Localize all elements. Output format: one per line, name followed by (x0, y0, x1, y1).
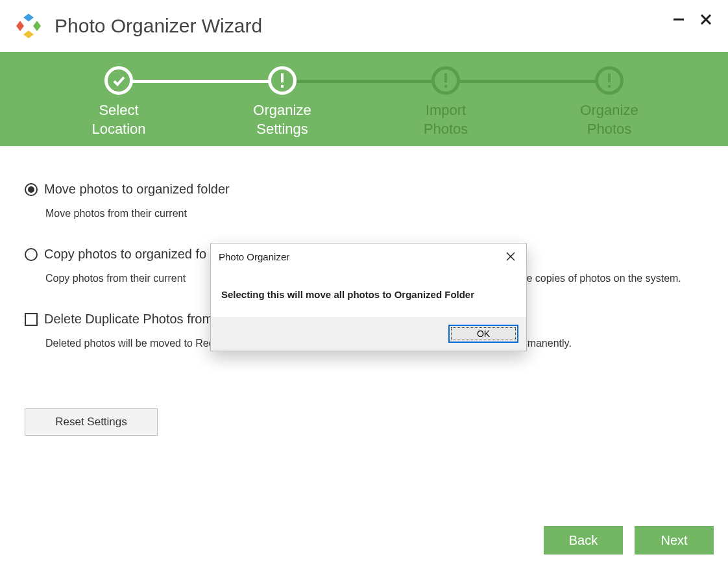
alert-icon (595, 66, 624, 95)
alert-icon (268, 66, 297, 95)
back-button[interactable]: Back (544, 526, 623, 555)
dialog-header: Photo Organizer (211, 243, 526, 267)
step-label: Select Location (91, 101, 145, 138)
minimize-button[interactable] (670, 10, 688, 29)
wizard-stepper: Select Location Organize Settings Import… (0, 52, 728, 146)
option-desc-part: tiple copies of photos on the system. (513, 273, 681, 284)
svg-rect-6 (444, 85, 447, 88)
next-button[interactable]: Next (635, 526, 714, 555)
wizard-footer: Back Next (544, 526, 714, 555)
dialog-close-button[interactable] (503, 249, 518, 264)
step-organize-settings: Organize Settings (200, 66, 364, 138)
option-description: Move photos from their current (45, 206, 703, 221)
svg-rect-5 (444, 73, 447, 82)
svg-rect-7 (608, 73, 611, 82)
dialog-message: Selecting this will move all photos to O… (211, 267, 526, 317)
alert-icon (431, 66, 460, 95)
title-left: Photo Organizer Wizard (14, 12, 262, 40)
radio-move-photos[interactable]: Move photos to organized folder (25, 182, 703, 197)
svg-rect-3 (281, 73, 284, 82)
svg-rect-4 (281, 85, 284, 88)
radio-icon (25, 248, 38, 261)
step-label: Organize Photos (580, 101, 638, 138)
confirmation-dialog: Photo Organizer Selecting this will move… (210, 243, 527, 351)
option-title: Copy photos to organized fo (44, 247, 206, 262)
app-title: Photo Organizer Wizard (55, 15, 262, 37)
dialog-footer: OK (211, 317, 526, 351)
svg-rect-8 (608, 85, 611, 88)
dialog-ok-button[interactable]: OK (448, 325, 518, 343)
reset-settings-button[interactable]: Reset Settings (25, 408, 158, 436)
step-select-location: Select Location (37, 66, 200, 138)
close-button[interactable] (697, 10, 715, 29)
dialog-title: Photo Organizer (219, 251, 289, 262)
step-organize-photos: Organize Photos (528, 66, 691, 138)
close-icon (506, 252, 515, 261)
step-label: Organize Settings (253, 101, 311, 138)
option-move: Move photos to organized folder Move pho… (25, 182, 703, 221)
option-desc-part: Copy photos from their current (45, 273, 189, 284)
radio-icon (25, 183, 38, 196)
check-icon (104, 66, 133, 95)
option-title: Move photos to organized folder (44, 182, 230, 197)
app-logo-icon (14, 12, 43, 40)
step-label: Import Photos (424, 101, 468, 138)
step-import-photos: Import Photos (364, 66, 528, 138)
checkbox-icon (25, 313, 38, 326)
window-controls (670, 10, 715, 29)
title-bar: Photo Organizer Wizard (0, 0, 728, 52)
